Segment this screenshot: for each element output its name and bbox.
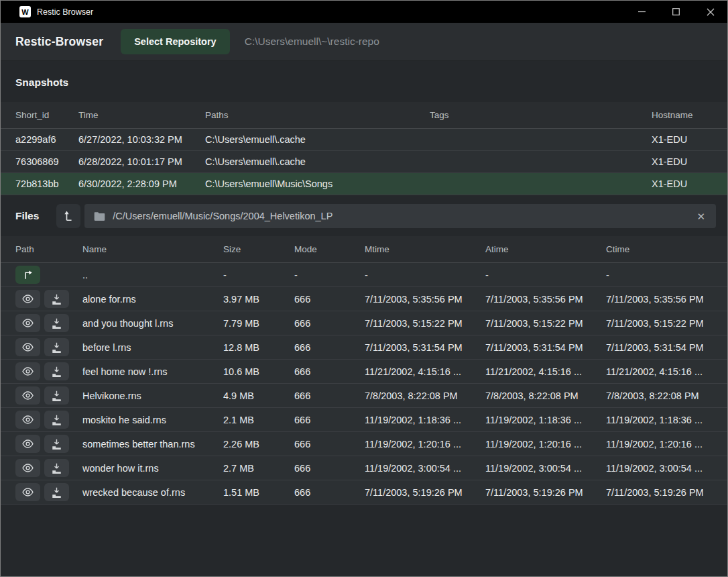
snapshot-short-id: a2299af6 <box>15 134 78 145</box>
file-row[interactable]: Helvikone.rns 4.9 MB 666 7/8/2003, 8:22:… <box>1 384 727 408</box>
snapshot-paths: C:\Users\emuell\.cache <box>205 156 430 167</box>
eye-icon <box>21 318 34 328</box>
close-button[interactable] <box>693 1 727 23</box>
snapshot-row[interactable]: 76306869 6/28/2022, 10:01:17 PM C:\Users… <box>1 151 727 173</box>
file-name: sometimes better than.rns <box>82 439 223 450</box>
snapshot-row[interactable]: a2299af6 6/27/2022, 10:03:32 PM C:\Users… <box>1 129 727 151</box>
preview-file-button[interactable] <box>15 411 40 429</box>
file-atime: 11/21/2002, 4:15:16 ... <box>485 366 606 377</box>
download-file-button[interactable] <box>44 411 69 429</box>
file-name: and you thought l.rns <box>82 318 223 329</box>
download-icon <box>51 342 62 353</box>
preview-file-button[interactable] <box>15 338 40 356</box>
close-icon <box>707 8 715 16</box>
download-file-button[interactable] <box>44 483 69 501</box>
preview-file-button[interactable] <box>15 314 40 332</box>
file-size: 7.79 MB <box>223 318 294 329</box>
snapshot-short-id: 72b813bb <box>15 178 78 189</box>
parent-row-actions <box>15 266 82 284</box>
file-row[interactable]: before l.rns 12.8 MB 666 7/11/2003, 5:31… <box>1 335 727 360</box>
file-mode: 666 <box>294 463 365 474</box>
app-icon: W <box>19 6 31 17</box>
snapshot-short-id: 76306869 <box>15 156 78 167</box>
file-ctime: 7/11/2003, 5:31:54 PM <box>606 342 727 353</box>
file-row-actions <box>15 386 82 405</box>
download-file-button[interactable] <box>44 314 69 332</box>
download-icon <box>51 415 62 425</box>
preview-file-button[interactable] <box>15 483 40 501</box>
snapshot-paths: C:\Users\emuell\Music\Songs <box>205 178 430 189</box>
file-ctime: - <box>606 270 727 280</box>
download-file-button[interactable] <box>44 362 69 380</box>
maximize-button[interactable] <box>659 1 693 23</box>
file-name: feel home now !.rns <box>82 366 223 377</box>
download-file-button[interactable] <box>44 459 69 477</box>
file-row[interactable]: wrecked because of.rns 1.51 MB 666 7/11/… <box>1 480 727 505</box>
minimize-icon <box>638 8 646 15</box>
app-name: Restic-Browser <box>15 35 103 49</box>
file-size: 4.9 MB <box>223 390 294 401</box>
column-mode: Mode <box>294 244 365 254</box>
eye-icon <box>21 439 34 449</box>
clear-path-button[interactable]: ✕ <box>695 210 707 223</box>
preview-file-button[interactable] <box>15 290 40 308</box>
file-row[interactable]: wonder how it.rns 2.7 MB 666 11/19/2002,… <box>1 456 727 480</box>
column-mtime: Mtime <box>365 244 485 254</box>
preview-file-button[interactable] <box>15 362 40 380</box>
file-atime: 7/11/2003, 5:19:26 PM <box>485 487 606 498</box>
download-file-button[interactable] <box>44 435 69 453</box>
file-mtime: 7/11/2003, 5:35:56 PM <box>365 294 485 305</box>
parent-directory-row[interactable]: .. - - - - - <box>1 263 727 287</box>
parent-dir-button[interactable] <box>15 266 40 284</box>
file-row-actions <box>15 459 82 477</box>
download-icon <box>51 463 62 474</box>
snapshot-hostname: X1-EDU <box>652 178 727 189</box>
file-atime: 7/11/2003, 5:31:54 PM <box>485 342 606 353</box>
file-row[interactable]: sometimes better than.rns 2.26 MB 666 11… <box>1 432 727 456</box>
eye-icon <box>21 463 34 473</box>
file-row-actions <box>15 362 82 380</box>
titlebar: W Restic Browser <box>1 1 727 23</box>
file-size: 1.51 MB <box>223 487 294 498</box>
eye-icon <box>21 294 34 304</box>
file-mode: 666 <box>294 318 365 329</box>
download-file-button[interactable] <box>44 386 69 405</box>
go-to-root-button[interactable] <box>56 204 80 228</box>
download-file-button[interactable] <box>44 290 69 308</box>
snapshot-time: 6/28/2022, 10:01:17 PM <box>78 156 205 167</box>
app-header: Restic-Browser Select Repository C:\User… <box>1 23 727 61</box>
path-breadcrumb[interactable]: /C/Users/emuell/Music/Songs/2004_Helveti… <box>84 204 716 228</box>
file-size: - <box>223 270 294 280</box>
snapshot-row[interactable]: 72b813bb 6/30/2022, 2:28:09 PM C:\Users\… <box>1 173 727 195</box>
file-atime: - <box>485 270 606 280</box>
file-row[interactable]: alone for.rns 3.97 MB 666 7/11/2003, 5:3… <box>1 287 727 311</box>
preview-file-button[interactable] <box>15 386 40 405</box>
file-mode: 666 <box>294 439 365 450</box>
preview-file-button[interactable] <box>15 459 40 477</box>
select-repository-button[interactable]: Select Repository <box>121 29 230 54</box>
snapshots-table: a2299af6 6/27/2022, 10:03:32 PM C:\Users… <box>1 129 727 195</box>
download-icon <box>51 366 62 377</box>
column-ctime: Ctime <box>606 244 727 254</box>
file-row-actions <box>15 290 82 308</box>
file-row[interactable]: and you thought l.rns 7.79 MB 666 7/11/2… <box>1 311 727 335</box>
files-bar: Files /C/Users/emuell/Music/Songs/2004_H… <box>1 195 727 236</box>
file-mtime: 7/11/2003, 5:31:54 PM <box>365 342 485 353</box>
file-row[interactable]: feel home now !.rns 10.6 MB 666 11/21/20… <box>1 360 727 384</box>
file-row-actions <box>15 338 82 356</box>
file-mtime: 11/21/2002, 4:15:16 ... <box>365 366 485 377</box>
file-row[interactable]: moskito he said.rns 2.1 MB 666 11/19/200… <box>1 408 727 432</box>
app-icon-letter: W <box>21 8 28 16</box>
eye-icon <box>21 342 34 352</box>
column-short-id: Short_id <box>15 110 78 120</box>
file-size: 3.97 MB <box>223 294 294 305</box>
snapshot-time: 6/27/2022, 10:03:32 PM <box>78 134 205 145</box>
window-title: Restic Browser <box>37 7 93 17</box>
column-tags: Tags <box>430 110 652 120</box>
download-file-button[interactable] <box>44 338 69 356</box>
minimize-button[interactable] <box>625 1 659 23</box>
file-size: 2.1 MB <box>223 415 294 425</box>
preview-file-button[interactable] <box>15 435 40 453</box>
files-table-header: Path Name Size Mode Mtime Atime Ctime <box>1 236 727 263</box>
file-row-actions <box>15 435 82 453</box>
